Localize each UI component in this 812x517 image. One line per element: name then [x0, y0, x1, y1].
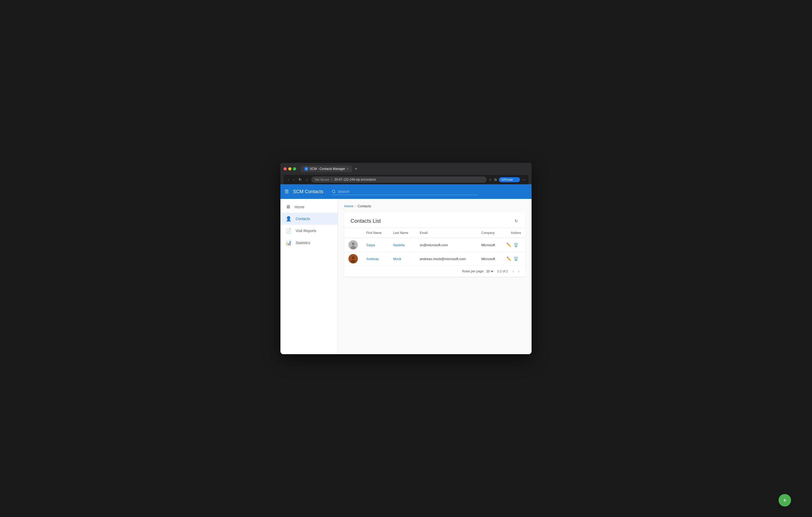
- traffic-light-maximize[interactable]: [293, 167, 296, 171]
- delete-button-satya[interactable]: 🗑️: [514, 243, 519, 247]
- star-button[interactable]: ☆: [489, 178, 492, 182]
- tab-close-button[interactable]: ×: [347, 167, 348, 171]
- sidebar-item-home-label: Home: [295, 205, 304, 209]
- col-actions: Actions: [502, 228, 525, 238]
- last-name-cell-satya: Nadella: [389, 238, 416, 252]
- first-name-link-andreas[interactable]: Andreas: [366, 257, 379, 261]
- prev-page-button[interactable]: ‹: [511, 268, 515, 274]
- browser-tab-active[interactable]: V SCM - Contacts Manager ×: [301, 165, 352, 172]
- first-name-cell-andreas: Andreas: [362, 252, 389, 266]
- inprivate-label: InPrivate: [501, 178, 513, 181]
- company-cell-satya: Microsoft: [477, 238, 502, 252]
- page-nav: ‹ ›: [511, 268, 521, 274]
- sidebar-item-visit-reports-label: Visit Reports: [296, 229, 316, 233]
- last-name-link-andreas[interactable]: Mock: [393, 257, 401, 261]
- contacts-table: First Name Last Name Email Company Actio…: [344, 227, 525, 266]
- svg-point-6: [352, 256, 355, 259]
- avatar-cell-satya: [344, 238, 362, 252]
- new-tab-button[interactable]: +: [354, 166, 359, 172]
- profile-icon: 👤: [514, 178, 517, 181]
- address-bar[interactable]: Not Secure | 20-67-122-249.nip.io/contac…: [311, 176, 487, 183]
- company-cell-andreas: Microsoft: [477, 252, 502, 266]
- main-content: Home › Contacts Contacts List ↻ F: [338, 199, 531, 354]
- svg-line-1: [335, 192, 336, 193]
- tab-label: SCM - Contacts Manager: [310, 167, 345, 171]
- next-page-button[interactable]: ›: [517, 268, 521, 274]
- svg-point-3: [352, 242, 355, 245]
- nav-home-button[interactable]: ⌂: [305, 177, 309, 182]
- breadcrumb-current: Contacts: [357, 204, 371, 208]
- card-title: Contacts List: [351, 218, 381, 224]
- not-secure-label: Not Secure: [315, 178, 329, 181]
- page-info: 1-2 of 2: [497, 270, 508, 273]
- table-row: Andreas Mock andreas.mock@microsoft.com …: [344, 252, 525, 266]
- app-title: SCM Contacts: [293, 189, 323, 194]
- app-header: ☰ SCM Contacts: [281, 184, 531, 199]
- actions-cell-satya: ✏️ 🗑️: [502, 238, 525, 252]
- svg-point-4: [351, 246, 356, 249]
- sidebar-item-statistics-label: Statistics: [296, 241, 310, 245]
- col-avatar: [344, 228, 362, 238]
- last-name-cell-andreas: Mock: [389, 252, 416, 266]
- card-header: Contacts List ↻: [344, 212, 525, 227]
- breadcrumb-home-link[interactable]: Home: [344, 204, 353, 208]
- sidebar-item-contacts[interactable]: 👤 Contacts: [281, 213, 338, 225]
- search-icon: [332, 189, 336, 194]
- avatar-satya: [348, 240, 358, 250]
- svg-point-0: [332, 190, 335, 193]
- statistics-icon: 📊: [286, 240, 291, 246]
- first-name-link-satya[interactable]: Satya: [366, 243, 375, 247]
- breadcrumb: Home › Contacts: [344, 204, 525, 208]
- email-cell-satya: sn@microsoft.com: [416, 238, 477, 252]
- home-icon: 🖥: [286, 204, 290, 210]
- avatar-andreas: [348, 254, 358, 264]
- inprivate-button[interactable]: InPrivate 👤: [499, 177, 520, 182]
- url-display: 20-67-122-249.nip.io/contacts: [334, 178, 376, 181]
- breadcrumb-separator: ›: [355, 204, 356, 208]
- contacts-icon: 👤: [286, 216, 291, 222]
- col-company: Company: [477, 228, 502, 238]
- email-cell-andreas: andreas.mock@microsoft.com: [416, 252, 477, 266]
- first-name-cell-satya: Satya: [362, 238, 389, 252]
- collections-button[interactable]: ⧉: [494, 178, 497, 182]
- visit-reports-icon: 📄: [286, 228, 291, 234]
- sidebar-item-visit-reports[interactable]: 📄 Visit Reports: [281, 225, 338, 237]
- last-name-link-satya[interactable]: Nadella: [393, 243, 405, 247]
- rows-per-page-select[interactable]: 10 25 50: [485, 269, 494, 273]
- table-row: Satya Nadella sn@microsoft.com Microsoft…: [344, 238, 525, 252]
- col-last-name: Last Name: [389, 228, 416, 238]
- sidebar-item-home[interactable]: 🖥 Home: [281, 201, 338, 213]
- col-email: Email: [416, 228, 477, 238]
- tab-favicon: V: [304, 167, 308, 171]
- traffic-light-close[interactable]: [284, 167, 287, 171]
- actions-cell-andreas: ✏️ 🗑️: [502, 252, 525, 266]
- rows-per-page-control: Rows per page: 10 25 50: [462, 269, 494, 273]
- search-input[interactable]: [338, 189, 478, 194]
- svg-point-7: [351, 260, 356, 263]
- sidebar-item-statistics[interactable]: 📊 Statistics: [281, 237, 338, 249]
- nav-forward-button[interactable]: ›: [292, 177, 296, 182]
- table-header-row: First Name Last Name Email Company Actio…: [344, 228, 525, 238]
- contacts-list-card: Contacts List ↻ First Name Last Name Ema…: [344, 212, 525, 277]
- add-contact-fab[interactable]: +: [779, 494, 791, 507]
- pagination-row: Rows per page: 10 25 50 1-2 of 2 ‹ ›: [344, 266, 525, 277]
- sidebar-item-contacts-label: Contacts: [296, 217, 310, 221]
- edit-button-andreas[interactable]: ✏️: [506, 256, 512, 261]
- hamburger-menu-button[interactable]: ☰: [285, 189, 289, 194]
- avatar-cell-andreas: [344, 252, 362, 266]
- sidebar: 🖥 Home 👤 Contacts 📄 Visit Reports 📊 Stat…: [281, 199, 338, 354]
- nav-back-button[interactable]: ‹: [287, 177, 290, 182]
- edit-button-satya[interactable]: ✏️: [506, 243, 512, 247]
- refresh-button[interactable]: ↻: [514, 217, 519, 224]
- col-first-name: First Name: [362, 228, 389, 238]
- rows-per-page-label: Rows per page:: [462, 270, 484, 273]
- traffic-light-minimize[interactable]: [288, 167, 291, 171]
- delete-button-andreas[interactable]: 🗑️: [514, 256, 519, 261]
- nav-refresh-button[interactable]: ↻: [297, 177, 303, 182]
- search-bar: [332, 188, 478, 195]
- more-menu-button[interactable]: ···: [522, 178, 525, 182]
